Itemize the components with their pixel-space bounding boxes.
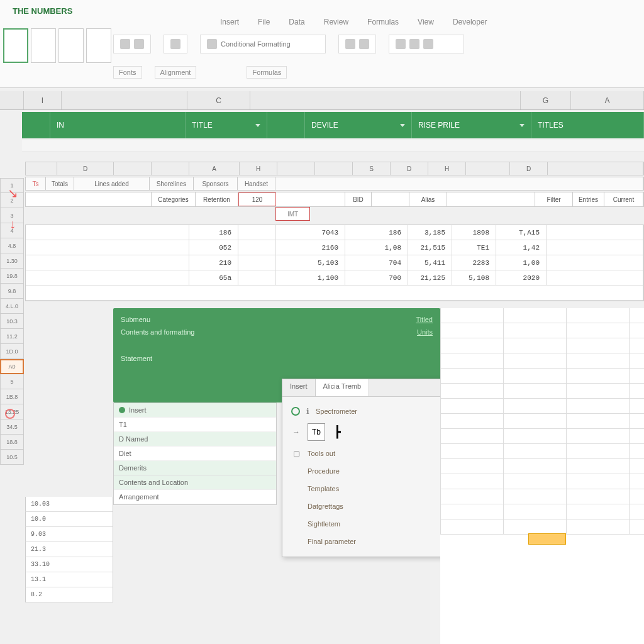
cat-blank4[interactable] [447,192,535,206]
cat-current[interactable]: Current [604,192,643,206]
tab-insert[interactable]: Insert [220,18,239,26]
cat-alias[interactable]: Alias [409,192,447,206]
row-num[interactable]: 11.2 [0,329,24,344]
grid-row[interactable] [440,519,644,535]
value-cell[interactable]: 33.10 [25,557,113,572]
row-num[interactable]: 5 [0,374,24,389]
inner-col[interactable] [277,162,315,175]
inner-col[interactable] [548,162,643,175]
row-num[interactable]: 10.5 [0,450,24,465]
value-cell[interactable]: 13.1 [25,572,113,587]
inner-col[interactable]: D [510,162,548,175]
col-G[interactable]: G [521,91,571,109]
header-in[interactable]: IN [50,112,186,138]
panel-link-units[interactable]: Units [417,328,433,336]
cell[interactable]: 3,185 [408,225,452,240]
filter-icon[interactable] [400,124,405,127]
grid-row[interactable] [440,399,644,414]
cell[interactable]: 5,108 [452,270,496,285]
ribbon-group-3[interactable] [338,35,376,53]
cell[interactable]: 5,411 [408,255,452,270]
grid-row[interactable] [440,323,644,338]
grid-row[interactable] [440,489,644,504]
cat-entries[interactable]: Entries [573,192,604,206]
cell[interactable] [238,240,276,255]
value-cell[interactable]: 10.0 [25,512,113,527]
cat-retention[interactable]: Retention [196,192,238,206]
label-sponsors[interactable]: Sponsors [194,177,238,190]
header-rise[interactable]: RISE PRILE [412,112,531,138]
list-item-diet[interactable]: Diet [114,447,276,461]
cell[interactable] [26,240,189,255]
thumb-2[interactable] [31,28,56,63]
header-titles[interactable]: TITLES [531,112,644,138]
grid-row[interactable] [440,353,644,369]
menu-tab-alicia[interactable]: Alicia Tremb [316,379,370,396]
ribbon-sub-fonts[interactable]: Fonts [113,66,142,79]
grid-row[interactable] [440,369,644,384]
row-num[interactable]: 19.8 [0,269,24,284]
cell[interactable]: 186 [189,225,238,240]
data-row-4[interactable]: 65a 1,100 700 21,125 5,108 2020 [26,270,643,286]
thumb-3[interactable] [58,28,84,63]
cell[interactable]: 5,103 [276,255,345,270]
thumb-4[interactable] [86,28,111,63]
tab-review[interactable]: Review [324,18,348,26]
cell[interactable] [26,225,189,240]
grid-row[interactable] [440,308,644,323]
cat-120[interactable]: 120 [238,192,276,206]
cell[interactable] [547,240,643,255]
cell[interactable] [547,255,643,270]
row-num[interactable]: 4.L.0 [0,299,24,314]
panel-link-titled[interactable]: Titled [416,316,433,323]
cell[interactable]: TE1 [452,240,496,255]
label-shorelines[interactable]: Shorelines [150,177,194,190]
data-row-1[interactable]: 186 7043 186 3,185 1898 T,A15 [26,225,643,240]
label-handset[interactable]: Handset [238,177,275,190]
header-devile[interactable]: DEVILE [305,112,412,138]
inner-col[interactable] [315,162,353,175]
imt-box[interactable]: IMT [275,207,310,221]
cell[interactable]: 21,515 [408,240,452,255]
value-cell[interactable]: 9.03 [25,527,113,542]
cell[interactable] [238,270,276,285]
cell[interactable]: 2020 [496,270,547,285]
highlighted-cell[interactable] [528,533,566,545]
header-blank[interactable] [22,112,50,138]
list-item-t1[interactable]: T1 [114,418,276,432]
row-num[interactable]: 4.8 [0,238,24,253]
cell[interactable] [238,225,276,240]
inner-col[interactable] [466,162,510,175]
inner-col[interactable] [26,162,57,175]
inner-col[interactable] [114,162,152,175]
grid-row[interactable] [440,338,644,353]
cell[interactable]: 21,125 [408,270,452,285]
cell[interactable]: 1898 [452,225,496,240]
cell[interactable]: 7043 [276,225,345,240]
value-cell[interactable]: 10.03 [25,497,113,512]
grid-row[interactable] [440,504,644,519]
data-row-blank[interactable] [26,286,643,301]
cat-filter[interactable]: Filter [535,192,573,206]
cell[interactable]: 2283 [452,255,496,270]
cell[interactable]: 2160 [276,240,345,255]
select-all-cell[interactable] [0,91,24,109]
tb-button[interactable]: Tb [308,423,325,441]
list-item-contents[interactable]: Contents and Location [114,475,276,490]
cell[interactable]: 1,42 [496,240,547,255]
cell[interactable]: 700 [345,270,408,285]
grid-row[interactable] [440,444,644,459]
grid-row[interactable] [440,459,644,474]
cell[interactable]: T,A15 [496,225,547,240]
filter-icon[interactable] [519,124,525,127]
cell[interactable] [547,225,643,240]
ribbon-group-cf[interactable]: Conditional Formatting [200,35,326,53]
row-num-selected[interactable]: A0 [0,359,24,374]
tab-formulas[interactable]: Formulas [367,18,399,26]
cat-categories[interactable]: Categories [152,192,196,206]
ribbon-group-4[interactable] [389,35,464,53]
filter-icon[interactable] [255,124,260,127]
cell[interactable] [26,255,189,270]
cell[interactable]: 1,00 [496,255,547,270]
inner-col[interactable]: S [353,162,391,175]
